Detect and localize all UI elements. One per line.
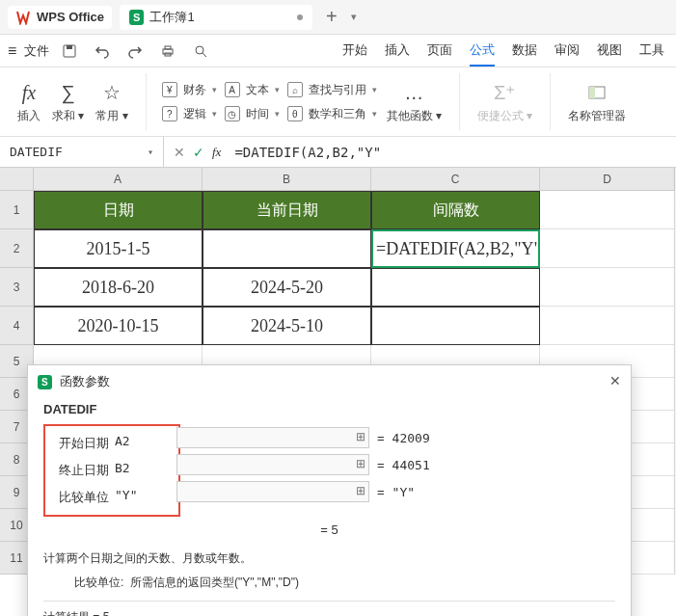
doc-name: 工作簿1	[149, 9, 194, 26]
cell[interactable]	[203, 229, 371, 268]
insert-function-button[interactable]: fx 插入	[12, 79, 46, 124]
active-cell[interactable]: =DATEDIF(A2,B2,"Y"	[371, 229, 540, 268]
formula-input[interactable]: =DATEDIF(A2,B2,"Y"	[230, 145, 676, 160]
svg-rect-1	[67, 45, 72, 49]
cell[interactable]	[371, 268, 540, 307]
name-manager-button[interactable]: 名称管理器	[562, 79, 632, 124]
cell[interactable]: 2020-10-15	[34, 307, 203, 345]
range-picker-icon[interactable]: ⊞	[356, 484, 365, 497]
undo-icon[interactable]	[90, 39, 115, 64]
titlebar: WPS Office S 工作簿1 + ▾	[0, 0, 676, 35]
lookup-button[interactable]: ⌕查找与引用▾	[284, 80, 381, 100]
tab-view[interactable]: 视图	[597, 36, 622, 67]
math-icon: θ	[287, 106, 303, 121]
cancel-formula-icon[interactable]: ✕	[174, 145, 185, 160]
tab-start[interactable]: 开始	[342, 36, 367, 67]
sum-button[interactable]: ∑ 求和 ▾	[46, 79, 90, 124]
select-all-corner[interactable]	[0, 168, 34, 191]
math-trig-button[interactable]: θ数学和三角▾	[284, 104, 381, 124]
logic-icon: ?	[162, 106, 177, 121]
param-value: 42009	[392, 431, 430, 445]
fx-icon: fx	[22, 79, 36, 106]
confirm-formula-icon[interactable]: ✓	[193, 145, 204, 160]
function-description: 计算两个日期之间的天数、月数或年数。	[43, 550, 615, 567]
wps-icon	[15, 10, 31, 25]
tab-menu-chevron-icon[interactable]: ▾	[351, 11, 357, 23]
text-button[interactable]: A文本▾	[221, 80, 284, 100]
finance-icon: ¥	[162, 82, 177, 97]
redo-icon[interactable]	[122, 39, 148, 64]
menubar: ≡ 文件 开始 插入 页面 公式 数据 审阅 视图 工具	[0, 35, 676, 67]
name-box[interactable]: DATEDIF ▾	[0, 137, 164, 167]
col-header-A[interactable]: A	[34, 168, 203, 191]
print-icon[interactable]	[155, 39, 180, 64]
tab-tools[interactable]: 工具	[639, 36, 664, 67]
cell[interactable]	[540, 268, 675, 307]
row-header-2[interactable]: 2	[0, 229, 34, 268]
star-icon: ☆	[103, 79, 121, 106]
dialog-title-text: 函数参数	[60, 373, 110, 390]
param-label: 比较单位	[51, 489, 109, 506]
param-label: 终止日期	[51, 462, 109, 479]
col-header-B[interactable]: B	[203, 168, 371, 191]
param-arg: "Y"	[115, 488, 173, 507]
row-header-1[interactable]: 1	[0, 191, 34, 229]
close-icon[interactable]: ✕	[609, 373, 621, 388]
chevron-down-icon[interactable]: ▾	[148, 147, 153, 157]
hamburger-icon[interactable]: ≡	[8, 42, 16, 60]
param-input-end[interactable]	[176, 454, 369, 475]
row-header-4[interactable]: 4	[0, 307, 34, 345]
cell[interactable]: 2024-5-10	[203, 307, 371, 345]
tab-page[interactable]: 页面	[427, 36, 452, 67]
tab-formula[interactable]: 公式	[470, 36, 495, 67]
toolbar: fx 插入 ∑ 求和 ▾ ☆ 常用 ▾ ¥财务▾ ?逻辑▾ A文本▾ ◷时间▾ …	[0, 67, 676, 137]
table-header[interactable]: 当前日期	[203, 191, 371, 229]
finance-button[interactable]: ¥财务▾	[158, 80, 221, 100]
cell[interactable]	[540, 191, 675, 229]
save-icon[interactable]	[57, 39, 82, 64]
common-button[interactable]: ☆ 常用 ▾	[90, 79, 133, 124]
params-highlight-box: 开始日期A2 终止日期B2 比较单位"Y"	[43, 424, 180, 517]
table-header[interactable]: 日期	[34, 191, 203, 229]
file-menu[interactable]: 文件	[24, 42, 49, 60]
more-functions-button[interactable]: … 其他函数 ▾	[381, 79, 447, 124]
range-picker-icon[interactable]: ⊞	[356, 430, 365, 443]
doc-tab[interactable]: S 工作簿1	[120, 5, 312, 30]
lookup-icon: ⌕	[287, 82, 303, 97]
dialog-titlebar[interactable]: S 函数参数	[28, 365, 631, 398]
cell-editing-text: =DATEDIF(A2,B2,"Y"	[376, 239, 541, 259]
cell[interactable]	[540, 229, 675, 268]
range-picker-icon[interactable]: ⊞	[356, 457, 365, 470]
unsaved-dot-icon	[297, 14, 303, 20]
clock-icon: ◷	[225, 106, 240, 121]
print-preview-icon[interactable]	[188, 39, 213, 64]
datetime-button[interactable]: ◷时间▾	[221, 104, 284, 124]
tab-insert[interactable]: 插入	[385, 36, 410, 67]
param-input-start[interactable]	[176, 427, 369, 448]
more-icon: …	[404, 79, 423, 106]
text-icon: A	[225, 82, 240, 97]
tab-data[interactable]: 数据	[512, 36, 537, 67]
formula-bar: DATEDIF ▾ ✕ ✓ fx =DATEDIF(A2,B2,"Y"	[0, 137, 676, 168]
cell[interactable]: 2015-1-5	[34, 229, 203, 268]
col-header-D[interactable]: D	[540, 168, 675, 191]
sheet-icon: S	[38, 375, 52, 389]
logic-button[interactable]: ?逻辑▾	[158, 104, 221, 124]
fx-label-icon[interactable]: fx	[212, 145, 221, 160]
row-header-3[interactable]: 3	[0, 268, 34, 307]
tab-review[interactable]: 审阅	[554, 36, 580, 67]
app-logo: WPS Office	[8, 6, 112, 29]
param-arg: A2	[115, 434, 173, 453]
param-value: "Y"	[392, 485, 415, 499]
col-header-C[interactable]: C	[371, 168, 540, 191]
new-tab-button[interactable]: +	[320, 6, 343, 28]
cell[interactable]: 2018-6-20	[34, 268, 203, 307]
cell[interactable]: 2024-5-20	[203, 268, 371, 307]
cell[interactable]	[371, 307, 540, 345]
table-header[interactable]: 间隔数	[371, 191, 540, 229]
param-input-unit[interactable]	[176, 481, 369, 502]
svg-rect-8	[589, 87, 595, 98]
cell[interactable]	[540, 307, 675, 345]
sheet-icon: S	[129, 10, 144, 25]
function-arguments-dialog[interactable]: S 函数参数 ✕ DATEDIF 开始日期A2 终止日期B2 比较单位"Y" ⊞…	[27, 364, 632, 575]
